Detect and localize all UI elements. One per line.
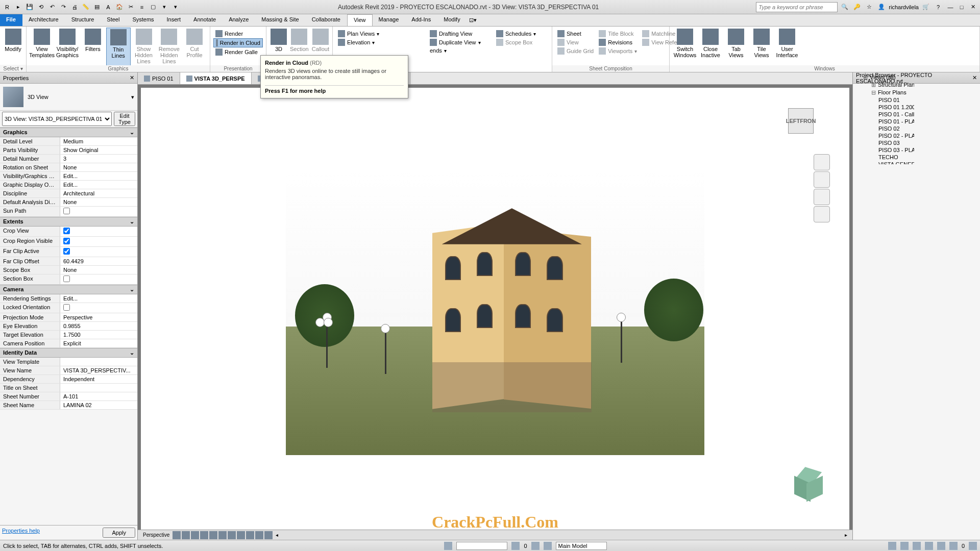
tab-systems[interactable]: Systems — [126, 14, 160, 26]
drafting-view-button[interactable]: Drafting View — [428, 30, 488, 38]
tree-item[interactable]: PISO 02 — [854, 125, 913, 132]
property-value[interactable]: Perspective — [60, 313, 137, 321]
property-checkbox[interactable] — [63, 304, 70, 311]
measure-icon[interactable]: 📏 — [81, 2, 91, 12]
temp-hide-icon[interactable] — [255, 531, 263, 539]
tree-item[interactable]: PISO 03 — [854, 139, 913, 146]
view-cube[interactable]: LEFT FRON — [788, 108, 829, 139]
render-button[interactable]: Render — [213, 30, 263, 38]
property-value[interactable] — [60, 247, 137, 257]
instance-selector[interactable]: 3D View: VISTA 3D_PERSPECTIVA 01 — [2, 112, 112, 126]
filter-icon[interactable] — [531, 542, 540, 550]
visibility-button[interactable]: Visibility/ Graphics — [55, 28, 80, 71]
browser-close-icon[interactable]: ✕ — [972, 74, 977, 81]
type-selector[interactable]: 3D View ▾ — [0, 84, 137, 111]
property-value[interactable]: A-101 — [60, 392, 137, 400]
tree-item[interactable]: PISO 01 - Callout 1 — [854, 111, 913, 118]
property-checkbox[interactable] — [63, 248, 70, 255]
tab-manage[interactable]: Manage — [373, 14, 406, 26]
undo-icon[interactable]: ↶ — [47, 2, 57, 12]
property-value[interactable]: Explicit — [60, 339, 137, 347]
plan-views-button[interactable]: Plan Views ▾ — [336, 30, 422, 38]
thin-lines-button[interactable]: Thin Lines — [106, 28, 131, 71]
help-icon[interactable]: ? — [933, 2, 943, 12]
pan-icon[interactable] — [814, 171, 830, 188]
property-value[interactable]: Medium — [60, 137, 137, 145]
reveal-icon[interactable] — [264, 531, 273, 539]
guide-grid-button[interactable]: Guide Grid — [555, 47, 596, 55]
detail-icon[interactable] — [182, 531, 190, 539]
property-value[interactable] — [60, 227, 137, 236]
tree-item[interactable]: TECHO — [854, 154, 913, 161]
thinlines-icon[interactable]: ≡ — [137, 2, 147, 12]
property-value[interactable]: VISTA 3D_PERSPECTIV... — [60, 366, 137, 374]
default3d-icon[interactable]: 🏠 — [114, 2, 125, 12]
print-icon[interactable]: 🖨 — [69, 2, 80, 12]
design-option-selector[interactable]: Main Model — [556, 542, 607, 550]
prop-section-header[interactable]: Graphics⌄ — [0, 128, 137, 137]
elevation-button[interactable]: Elevation ▾ — [336, 38, 422, 46]
view-mode-label[interactable]: Perspective — [141, 532, 172, 538]
redo-icon[interactable]: ↷ — [58, 2, 68, 12]
favorite-icon[interactable]: ☆ — [864, 2, 874, 12]
editable-icon[interactable] — [511, 542, 520, 550]
view-tab[interactable]: PISO 01 — [138, 72, 180, 84]
sheet-button[interactable]: Sheet — [555, 30, 596, 38]
property-value[interactable] — [60, 207, 137, 216]
open-icon[interactable]: ▸ — [13, 2, 23, 12]
text-icon[interactable]: A — [103, 2, 113, 12]
edit-type-button[interactable]: Edit Type — [114, 112, 135, 126]
prop-section-header[interactable]: Extents⌄ — [0, 217, 137, 227]
property-value[interactable] — [60, 384, 137, 392]
tree-root[interactable]: ⊟ Views (all) — [854, 73, 913, 81]
cart-icon[interactable]: 🛒 — [921, 2, 931, 12]
tab-file[interactable]: File — [0, 14, 22, 26]
zoom-icon[interactable] — [814, 189, 830, 205]
background-icon[interactable] — [949, 542, 958, 550]
property-value[interactable]: None — [60, 198, 137, 206]
property-checkbox[interactable] — [63, 276, 70, 282]
property-value[interactable]: 60.4429 — [60, 257, 137, 265]
user-interface-button[interactable]: User Interface — [775, 28, 799, 71]
property-value[interactable]: None — [60, 266, 137, 274]
property-value[interactable]: Show Original — [60, 146, 137, 154]
orbit-icon[interactable] — [814, 206, 830, 222]
properties-close-icon[interactable]: ✕ — [130, 74, 134, 81]
render-in-cloud-button[interactable]: Render in Cloud — [213, 38, 263, 47]
tree-item[interactable]: PISO 03 - PLANTA — [854, 146, 913, 154]
crop-icon[interactable] — [228, 531, 236, 539]
crop-region-icon[interactable] — [237, 531, 245, 539]
tab-insert[interactable]: Insert — [161, 14, 188, 26]
revit-logo-icon[interactable]: R — [2, 2, 12, 12]
scope-box-button[interactable]: Scope Box — [494, 38, 549, 46]
steering-wheel-icon[interactable] — [814, 154, 830, 170]
search-icon[interactable]: 🔍 — [840, 2, 850, 12]
filters-button[interactable]: Filters — [81, 28, 105, 71]
view-templates-button[interactable]: View Templates — [30, 28, 54, 71]
drag-elements-icon[interactable] — [937, 542, 945, 550]
tab-analyze[interactable]: Analyze — [223, 14, 255, 26]
tree-item[interactable]: PISO 01 1.200 — [854, 104, 913, 111]
close-inactive-button[interactable]: Close Inactive — [698, 28, 723, 71]
select-underlay-icon[interactable] — [900, 542, 909, 550]
qat-dropdown-icon[interactable]: ▾ — [170, 2, 181, 12]
shadow-icon[interactable] — [209, 531, 217, 539]
minimize-icon[interactable]: — — [945, 3, 955, 12]
property-value[interactable]: LAMINA 02 — [60, 401, 137, 409]
property-value[interactable]: Edit... — [60, 181, 137, 189]
cut-profile-button[interactable]: Cut Profile — [182, 28, 207, 71]
tab-steel[interactable]: Steel — [101, 14, 126, 26]
legends-button[interactable]: ends ▾ — [428, 47, 488, 54]
design-options-icon[interactable] — [544, 542, 552, 550]
dropdown-icon[interactable]: ▾ — [131, 94, 134, 101]
property-value[interactable] — [60, 274, 137, 284]
search-input[interactable] — [756, 2, 838, 12]
select-links-icon[interactable] — [888, 542, 896, 550]
duplicate-view-button[interactable]: Duplicate View ▾ — [428, 38, 488, 46]
property-value[interactable] — [60, 237, 137, 246]
render-dialog-icon[interactable] — [218, 531, 227, 539]
properties-header[interactable]: Properties ✕ — [0, 72, 137, 84]
property-value[interactable]: Edit... — [60, 294, 137, 303]
title-block-button[interactable]: Title Block — [597, 30, 639, 38]
tile-views-button[interactable]: Tile Views — [749, 28, 774, 71]
